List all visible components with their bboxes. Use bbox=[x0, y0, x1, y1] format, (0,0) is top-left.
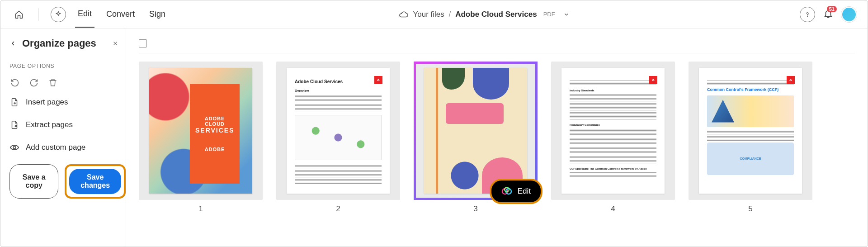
add-custom-page-button[interactable]: Add custom page bbox=[9, 136, 126, 159]
add-custom-page-label: Add custom page bbox=[26, 143, 85, 152]
tab-sign[interactable]: Sign bbox=[146, 1, 168, 27]
page-thumb-4[interactable]: A Industry Standards Regulatory Complian… bbox=[551, 62, 675, 214]
chevron-down-icon[interactable] bbox=[563, 11, 570, 18]
notification-badge: 51 bbox=[827, 6, 837, 12]
page-number: 1 bbox=[198, 204, 203, 214]
breadcrumb-root[interactable]: Your files bbox=[413, 10, 444, 19]
save-a-copy-button[interactable]: Save a copy bbox=[9, 164, 58, 199]
svg-point-1 bbox=[13, 146, 16, 149]
page-number: 2 bbox=[336, 204, 340, 214]
breadcrumb-type: PDF bbox=[543, 11, 555, 18]
breadcrumb: Your files / Adobe Cloud Services PDF bbox=[168, 10, 800, 19]
delete-icon[interactable] bbox=[47, 77, 58, 88]
tab-convert[interactable]: Convert bbox=[104, 1, 137, 27]
save-changes-button[interactable]: Save changes bbox=[69, 169, 121, 194]
page-thumb-2[interactable]: A Adobe Cloud Services Overview 2 bbox=[276, 62, 400, 214]
help-icon[interactable] bbox=[800, 7, 815, 22]
page-thumb-3[interactable]: Edit 3 bbox=[414, 62, 538, 214]
breadcrumb-sep: / bbox=[449, 10, 451, 19]
page-number: 5 bbox=[748, 204, 752, 214]
home-icon[interactable] bbox=[11, 7, 27, 22]
tab-edit[interactable]: Edit bbox=[75, 1, 94, 28]
page-number: 3 bbox=[473, 204, 477, 214]
extract-pages-label: Extract pages bbox=[26, 120, 73, 129]
main-area: ADOBE CLOUD SERVICES ADOBE 1 A Adobe Clo bbox=[126, 28, 868, 247]
notifications-icon[interactable]: 51 bbox=[823, 9, 833, 20]
extract-pages-button[interactable]: Extract pages bbox=[9, 114, 126, 136]
highlight-save-changes: Save changes bbox=[65, 164, 126, 199]
top-toolbar: Edit Convert Sign Your files / Adobe Clo… bbox=[0, 0, 868, 28]
ai-assistant-icon[interactable] bbox=[51, 7, 66, 22]
close-icon[interactable] bbox=[112, 40, 118, 47]
select-all-checkbox[interactable] bbox=[139, 39, 147, 48]
page-thumb-5[interactable]: A Common Control's Framework (CCF) COMPL… bbox=[689, 62, 812, 214]
page-thumb-1[interactable]: ADOBE CLOUD SERVICES ADOBE 1 bbox=[139, 62, 263, 214]
creative-cloud-icon bbox=[501, 186, 512, 197]
rotate-right-icon[interactable] bbox=[28, 77, 39, 88]
sidebar-title: Organize pages bbox=[22, 38, 107, 49]
breadcrumb-file: Adobe Cloud Services bbox=[455, 10, 537, 19]
svg-point-0 bbox=[807, 16, 807, 16]
insert-pages-label: Insert pages bbox=[26, 98, 68, 107]
section-label: PAGE OPTIONS bbox=[9, 63, 126, 69]
edit-overlay-label: Edit bbox=[518, 187, 531, 196]
cloud-icon bbox=[398, 10, 408, 19]
divider bbox=[38, 8, 39, 21]
rotate-left-icon[interactable] bbox=[9, 77, 20, 88]
back-icon[interactable] bbox=[9, 40, 17, 47]
page-thumbnails: ADOBE CLOUD SERVICES ADOBE 1 A Adobe Clo bbox=[139, 62, 855, 214]
sidebar: Organize pages PAGE OPTIONS Inser bbox=[0, 28, 126, 247]
avatar[interactable] bbox=[841, 7, 857, 22]
insert-pages-button[interactable]: Insert pages bbox=[9, 91, 126, 114]
edit-overlay-button[interactable]: Edit bbox=[490, 179, 542, 204]
page-number: 4 bbox=[611, 204, 615, 214]
